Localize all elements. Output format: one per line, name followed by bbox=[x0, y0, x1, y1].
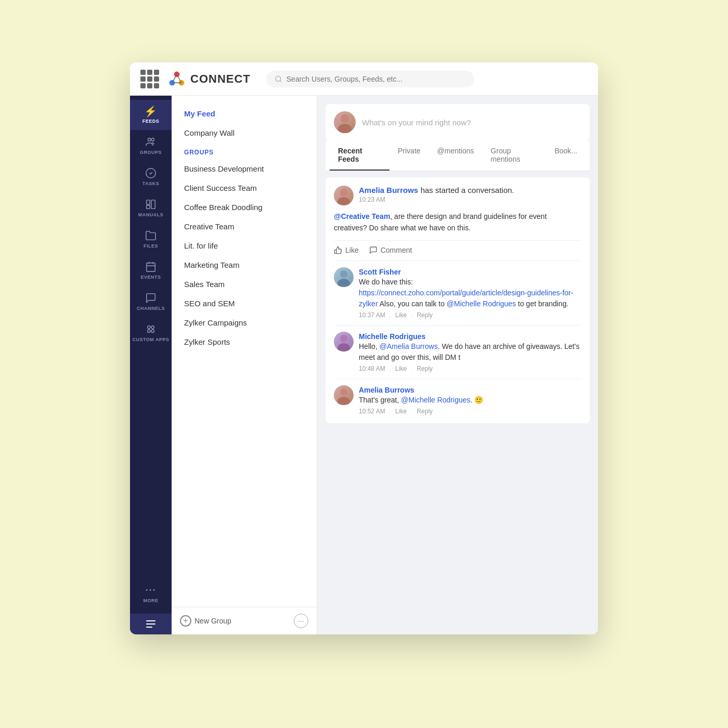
sidebar-item-events[interactable]: EVENTS bbox=[130, 255, 172, 286]
comment-reply-button[interactable]: Reply bbox=[417, 311, 433, 319]
comment-text-part3: to get branding. bbox=[516, 300, 568, 308]
sidebar-item-feeds[interactable]: ⚡ FEEDS bbox=[130, 100, 172, 130]
comment-reply-btn-2[interactable]: Reply bbox=[417, 365, 433, 372]
compose-box: What's on your mind right now? bbox=[326, 104, 590, 140]
post-meta: Amelia Burrows has started a conversatio… bbox=[359, 186, 581, 203]
comment-label: Comment bbox=[381, 246, 412, 254]
svg-rect-14 bbox=[147, 263, 155, 272]
sidebar-item-custom-apps[interactable]: CUSTOM APPS bbox=[130, 317, 172, 349]
comment-like-btn-2[interactable]: Like bbox=[395, 365, 407, 372]
svg-rect-11 bbox=[147, 200, 150, 204]
mention-michelle-2: @Michelle Rodrigues bbox=[401, 396, 470, 404]
search-icon bbox=[275, 75, 282, 83]
grid-icon[interactable] bbox=[140, 70, 159, 88]
tab-bookmarks[interactable]: Book... bbox=[546, 140, 586, 171]
svg-rect-12 bbox=[147, 205, 150, 209]
manuals-icon bbox=[145, 199, 157, 210]
comment-meta-2: 10:48 AM . Like . Reply bbox=[359, 365, 581, 372]
feed-posts: Amelia Burrows has started a conversatio… bbox=[317, 171, 598, 634]
groups-header: GROUPS bbox=[172, 142, 317, 159]
sidebar-feeds: My Feed Company Wall GROUPS Business Dev… bbox=[172, 96, 317, 634]
avatar-icon bbox=[334, 332, 354, 352]
hamburger-icon bbox=[146, 620, 155, 628]
compose-placeholder[interactable]: What's on your mind right now? bbox=[362, 118, 471, 127]
comment-time: 10:37 AM bbox=[359, 311, 385, 319]
group-item-coffee-break[interactable]: Coffee Break Doodling bbox=[172, 198, 317, 217]
group-item-client-success[interactable]: Client Success Team bbox=[172, 178, 317, 198]
group-item-sales[interactable]: Sales Team bbox=[172, 275, 317, 294]
mention-creative-team: @Creative Team bbox=[334, 212, 390, 220]
svg-point-30 bbox=[340, 388, 347, 396]
avatar-icon bbox=[334, 111, 356, 133]
svg-point-19 bbox=[151, 326, 154, 329]
svg-point-22 bbox=[341, 114, 349, 123]
sidebar-item-groups[interactable]: GROUPS bbox=[130, 130, 172, 161]
new-group-button[interactable]: + New Group bbox=[180, 615, 231, 627]
tab-mentions[interactable]: @mentions bbox=[429, 140, 483, 171]
post-author-name: Amelia Burrows bbox=[359, 186, 418, 194]
comment-reply-btn-3[interactable]: Reply bbox=[417, 408, 433, 415]
like-button[interactable]: Like bbox=[334, 246, 359, 254]
comment-row: Scott Fisher We do have this: https://co… bbox=[334, 261, 581, 319]
svg-point-21 bbox=[151, 330, 154, 333]
post-actions: Like Comment bbox=[334, 240, 581, 254]
more-options-button[interactable]: ··· bbox=[294, 614, 308, 628]
group-item-zylker-sports[interactable]: Zylker Sports bbox=[172, 332, 317, 352]
sidebar-item-more[interactable]: ··· MORE bbox=[130, 579, 172, 609]
sidebar-item-manuals[interactable]: MANUALS bbox=[130, 192, 172, 224]
mention-amelia: @Amelia Burrows bbox=[380, 342, 438, 350]
post-card: Amelia Burrows has started a conversatio… bbox=[326, 177, 590, 423]
commenter-avatar bbox=[334, 267, 354, 287]
tab-recent-feeds[interactable]: Recent Feeds bbox=[330, 140, 389, 171]
group-item-seo-sem[interactable]: SEO and SEM bbox=[172, 294, 317, 313]
comment-body-3: Amelia Burrows That's great, @Michelle R… bbox=[359, 385, 581, 415]
my-feed-item[interactable]: My Feed bbox=[172, 104, 317, 123]
comment-body-2: Michelle Rodrigues Hello, @Amelia Burrow… bbox=[359, 332, 581, 372]
nav-bottom: ··· MORE bbox=[130, 579, 172, 634]
new-group-label: New Group bbox=[194, 617, 231, 625]
commenter-avatar-3 bbox=[334, 385, 354, 405]
company-wall-item[interactable]: Company Wall bbox=[172, 123, 317, 142]
svg-point-24 bbox=[340, 189, 347, 196]
sidebar-nav: ⚡ FEEDS GROUPS TASKS bbox=[130, 96, 172, 634]
custom-apps-icon bbox=[145, 323, 157, 335]
group-item-creative-team[interactable]: Creative Team bbox=[172, 217, 317, 236]
comment-emoji: . 🙂 bbox=[471, 396, 484, 404]
avatar-icon bbox=[334, 267, 354, 287]
connect-logo-icon bbox=[167, 70, 186, 88]
comment-like-btn-3[interactable]: Like bbox=[395, 408, 407, 415]
comment-meta-3: 10:52 AM . Like . Reply bbox=[359, 408, 581, 415]
search-bar[interactable] bbox=[266, 71, 474, 87]
comment-author: Scott Fisher bbox=[359, 268, 401, 276]
group-item-business-dev[interactable]: Business Development bbox=[172, 159, 317, 178]
tab-private[interactable]: Private bbox=[389, 140, 429, 171]
group-item-marketing[interactable]: Marketing Team bbox=[172, 255, 317, 275]
svg-point-20 bbox=[148, 330, 151, 333]
sidebar-item-files[interactable]: FILES bbox=[130, 224, 172, 255]
dot-separator: . bbox=[411, 365, 412, 372]
post-body: @Creative Team, are there design and bra… bbox=[334, 211, 581, 234]
group-item-zylker-campaigns[interactable]: Zylker Campaigns bbox=[172, 313, 317, 332]
sidebar-item-tasks[interactable]: TASKS bbox=[130, 161, 172, 192]
comment-button[interactable]: Comment bbox=[369, 246, 412, 254]
dot-separator: . bbox=[389, 311, 391, 319]
group-item-lit-life[interactable]: Lit. for life bbox=[172, 236, 317, 255]
comment-text-3: That's great, @Michelle Rodrigues. 🙂 bbox=[359, 395, 581, 406]
tasks-icon bbox=[145, 167, 157, 179]
sidebar-item-channels[interactable]: CHANNELS bbox=[130, 286, 172, 317]
app-title: CONNECT bbox=[190, 72, 251, 86]
feed-tabs: Recent Feeds Private @mentions Group men… bbox=[326, 140, 590, 171]
current-user-avatar bbox=[334, 111, 356, 133]
tab-group-mentions[interactable]: Group mentions bbox=[483, 140, 547, 171]
like-icon bbox=[334, 246, 342, 254]
svg-point-31 bbox=[337, 397, 350, 405]
post-time: 10:23 AM bbox=[359, 196, 581, 203]
comment-text-2: Hello, @Amelia Burrows. We do have an ar… bbox=[359, 341, 581, 363]
comment-icon bbox=[369, 246, 378, 254]
feed-main: What's on your mind right now? Recent Fe… bbox=[317, 96, 598, 634]
comment-like-button[interactable]: Like bbox=[395, 311, 407, 319]
mention-michelle: @Michelle Rodrigues bbox=[447, 300, 516, 308]
channels-icon bbox=[145, 292, 157, 304]
hamburger-button[interactable] bbox=[130, 614, 172, 634]
search-input[interactable] bbox=[287, 75, 466, 83]
